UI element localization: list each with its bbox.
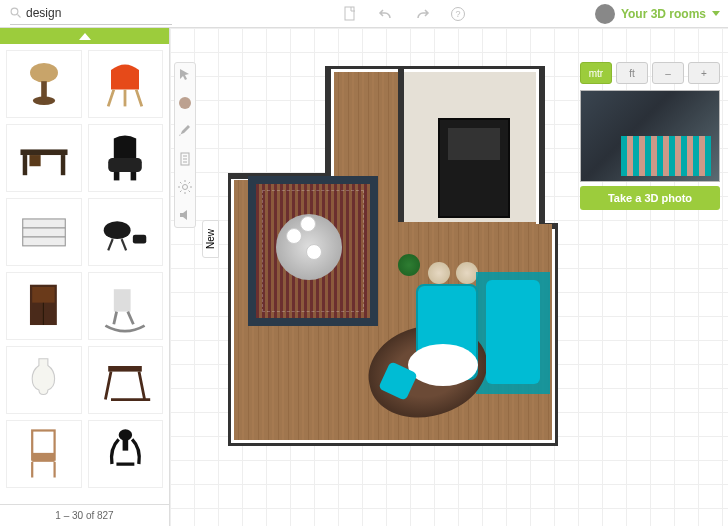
svg-line-29	[128, 312, 134, 325]
search-field[interactable]	[10, 3, 172, 25]
material-icon[interactable]	[177, 95, 193, 111]
tool-palette	[174, 62, 196, 228]
svg-point-35	[119, 429, 132, 440]
catalog-item-wood-chair[interactable]	[6, 420, 82, 488]
svg-rect-18	[22, 219, 65, 246]
svg-rect-46	[398, 66, 404, 222]
svg-point-21	[104, 221, 131, 239]
search-input[interactable]	[26, 6, 166, 20]
svg-point-5	[30, 63, 58, 83]
units-metric-button[interactable]: mtr	[580, 62, 612, 84]
catalog-sidebar: 1 – 30 of 827	[0, 28, 170, 526]
pouf[interactable]	[428, 262, 450, 284]
document-icon[interactable]	[342, 6, 358, 22]
sound-icon[interactable]	[177, 207, 193, 223]
catalog-item-table-lamp[interactable]	[6, 50, 82, 118]
settings-icon[interactable]	[177, 179, 193, 195]
new-tab[interactable]: New	[202, 220, 219, 258]
svg-text:?: ?	[455, 9, 460, 19]
svg-line-1	[18, 15, 21, 18]
svg-line-24	[122, 239, 126, 250]
catalog-item-cabinet[interactable]	[6, 272, 82, 340]
svg-rect-26	[33, 287, 55, 303]
3d-preview[interactable]	[580, 90, 720, 182]
plate[interactable]	[286, 228, 302, 244]
catalog-item-desk[interactable]	[6, 124, 82, 192]
top-bar: ? Your 3D rooms	[0, 0, 728, 28]
svg-rect-30	[108, 366, 142, 372]
svg-point-7	[33, 97, 55, 105]
right-panel: mtr ft – + Take a 3D photo	[580, 62, 720, 210]
svg-rect-16	[114, 172, 120, 180]
zoom-in-button[interactable]: +	[688, 62, 720, 84]
chevron-up-icon	[79, 33, 91, 40]
catalog-item-orange-chair[interactable]	[88, 50, 164, 118]
svg-rect-12	[22, 155, 26, 175]
catalog-item-dresser[interactable]	[6, 198, 82, 266]
svg-rect-13	[61, 155, 65, 175]
svg-point-41	[183, 185, 188, 190]
help-icon[interactable]: ?	[450, 6, 466, 22]
pager: 1 – 30 of 827	[0, 504, 169, 526]
canvas[interactable]: New	[170, 28, 728, 526]
catalog-item-rocking-chair[interactable]	[88, 272, 164, 340]
pointer-icon[interactable]	[177, 67, 193, 83]
svg-line-23	[108, 239, 112, 250]
top-toolbar: ?	[342, 6, 466, 22]
plant[interactable]	[398, 254, 420, 276]
kitchen-island[interactable]	[438, 118, 510, 218]
svg-rect-17	[131, 172, 137, 180]
svg-rect-2	[345, 7, 354, 20]
svg-point-0	[11, 8, 18, 15]
take-3d-photo-button[interactable]: Take a 3D photo	[580, 186, 720, 210]
collapse-button[interactable]	[0, 28, 169, 44]
user-label: Your 3D rooms	[621, 7, 706, 21]
svg-line-28	[114, 312, 117, 325]
catalog-item-lounge-chair[interactable]	[88, 198, 164, 266]
floorplan[interactable]	[228, 66, 558, 446]
catalog-item-vase[interactable]	[6, 346, 82, 414]
pouf[interactable]	[456, 262, 478, 284]
units-imperial-button[interactable]: ft	[616, 62, 648, 84]
user-menu[interactable]: Your 3D rooms	[595, 4, 720, 24]
coffee-table[interactable]	[408, 344, 478, 386]
avatar	[595, 4, 615, 24]
sofa[interactable]	[486, 280, 540, 384]
plate[interactable]	[300, 216, 316, 232]
chevron-down-icon	[712, 11, 720, 16]
zoom-out-button[interactable]: –	[652, 62, 684, 84]
undo-icon[interactable]	[378, 6, 394, 22]
catalog-item-dog-lamp[interactable]	[88, 420, 164, 488]
catalog-item-side-table[interactable]	[88, 346, 164, 414]
svg-rect-32	[33, 453, 55, 462]
svg-rect-6	[41, 81, 47, 98]
svg-line-9	[136, 90, 142, 107]
plate[interactable]	[306, 244, 322, 260]
svg-rect-15	[108, 158, 142, 172]
svg-rect-14	[29, 155, 40, 166]
brush-icon[interactable]	[177, 123, 193, 139]
catalog-item-black-armchair[interactable]	[88, 124, 164, 192]
svg-line-8	[108, 90, 114, 107]
svg-rect-22	[133, 234, 146, 243]
clipboard-icon[interactable]	[177, 151, 193, 167]
redo-icon[interactable]	[414, 6, 430, 22]
search-icon	[10, 7, 22, 19]
svg-point-36	[179, 97, 191, 109]
svg-rect-11	[20, 149, 67, 155]
